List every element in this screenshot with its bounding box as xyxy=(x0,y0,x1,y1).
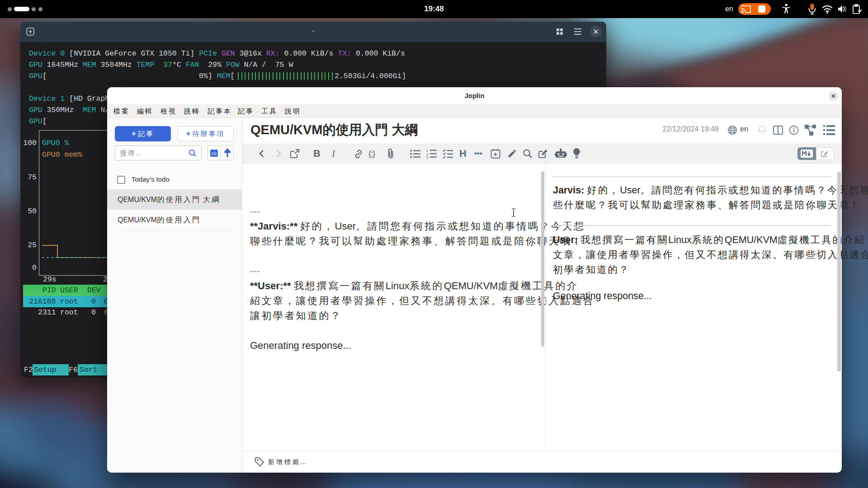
svg-text:3: 3 xyxy=(426,155,429,159)
